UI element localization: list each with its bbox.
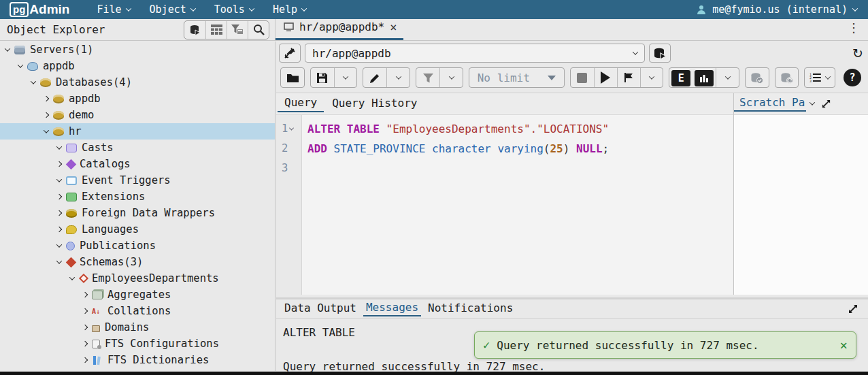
tab-query[interactable]: Query: [278, 95, 324, 112]
scratch-pad-panel: Scratch Pa: [733, 93, 868, 295]
database-plus-icon: [653, 48, 667, 59]
close-icon[interactable]: ×: [390, 20, 397, 34]
collapse-chevron-icon[interactable]: [56, 242, 62, 247]
tree-item-languages[interactable]: Languages: [0, 221, 275, 238]
tree-item-casts[interactable]: Casts: [0, 140, 275, 156]
grid-icon-button[interactable]: [205, 21, 227, 39]
help-button[interactable]: ?: [844, 69, 861, 86]
code-area[interactable]: ALTER TABLE "EmployeesDepartments"."LOCA…: [302, 115, 733, 295]
expand-chevron-icon[interactable]: [56, 161, 62, 167]
menu-help[interactable]: Help: [263, 0, 316, 19]
collapse-chevron-icon[interactable]: [56, 258, 62, 263]
expand-chevron-icon[interactable]: [82, 308, 88, 314]
expand-chevron-icon[interactable]: [56, 194, 62, 199]
expand-chevron-icon[interactable]: [44, 96, 49, 101]
tab-query-history[interactable]: Query History: [325, 95, 424, 112]
tree-item-label: Databases(4): [56, 76, 132, 88]
tree-item-collations[interactable]: Collations: [0, 303, 275, 319]
tree-item-databases-4[interactable]: Databases(4): [0, 74, 275, 91]
expand-chevron-icon[interactable]: [82, 292, 88, 297]
connection-selector[interactable]: hr/app@appdb: [305, 44, 645, 63]
tree-item-aggregates[interactable]: Aggregates: [0, 287, 275, 303]
commit-button[interactable]: [746, 68, 769, 87]
edit-button[interactable]: [363, 68, 386, 87]
rollback-button[interactable]: [775, 68, 799, 87]
fold-chevron-icon[interactable]: [289, 126, 294, 131]
menu-object[interactable]: Object: [140, 0, 205, 19]
tab-notifications[interactable]: Notifications: [425, 301, 516, 316]
database-action-button[interactable]: [184, 21, 205, 39]
dropdown-triangle-icon: [548, 76, 556, 80]
tree-item-foreign-data-wrappers[interactable]: Foreign Data Wrappers: [0, 205, 275, 221]
explain-dropdown-button[interactable]: [716, 68, 739, 87]
menu-tools[interactable]: Tools: [205, 0, 263, 19]
row-limit-dropdown[interactable]: No limit: [469, 68, 564, 87]
chevron-down-icon[interactable]: [809, 99, 815, 105]
folder-icon: [286, 73, 299, 83]
collapse-chevron-icon[interactable]: [5, 46, 10, 51]
sql-editor[interactable]: 123 ALTER TABLE "EmployeesDepartments"."…: [276, 114, 733, 295]
tree-item-event-triggers[interactable]: Event Triggers: [0, 172, 275, 189]
filter-button[interactable]: [416, 68, 439, 87]
tree-item-appdb[interactable]: appdb: [0, 91, 275, 107]
connection-status-button[interactable]: [279, 44, 301, 63]
scratch-pad-tab[interactable]: Scratch Pa: [734, 95, 806, 112]
expand-chevron-icon[interactable]: [82, 357, 88, 363]
edit-dropdown-button[interactable]: [386, 68, 410, 87]
stop-button[interactable]: [571, 68, 594, 87]
search-button[interactable]: [248, 21, 269, 39]
expand-chevron-icon[interactable]: [56, 210, 62, 216]
tree-item-catalogs[interactable]: Catalogs: [0, 156, 275, 172]
tree-item-appdb[interactable]: appdb: [0, 58, 275, 74]
chevron-down-icon: [301, 5, 307, 11]
tree-item-extensions[interactable]: Extensions: [0, 189, 275, 205]
explain-analyze-button[interactable]: [695, 70, 714, 86]
collapse-chevron-icon[interactable]: [31, 78, 36, 84]
expand-chevron-icon[interactable]: [56, 227, 62, 232]
tab-messages[interactable]: Messages: [363, 301, 421, 316]
tree-item-demo[interactable]: demo: [0, 107, 275, 123]
collapse-chevron-icon[interactable]: [69, 274, 75, 280]
kebab-menu-icon[interactable]: ⋮: [848, 20, 860, 35]
code-line[interactable]: ADD STATE_PROVINCE character varying(25)…: [307, 139, 733, 159]
execute-macro-button[interactable]: [617, 68, 640, 87]
code-line[interactable]: [307, 159, 733, 178]
filter-table-button[interactable]: [227, 21, 248, 39]
collapse-chevron-icon[interactable]: [56, 176, 62, 182]
collapse-chevron-icon[interactable]: [56, 144, 62, 149]
open-file-button[interactable]: [281, 68, 304, 87]
close-icon[interactable]: ×: [840, 338, 848, 353]
expand-chevron-icon[interactable]: [82, 325, 88, 330]
refresh-icon[interactable]: ↻: [852, 45, 864, 61]
explain-button[interactable]: E: [671, 70, 690, 86]
collapse-chevron-icon[interactable]: [44, 127, 49, 133]
save-dropdown-button[interactable]: [334, 68, 357, 87]
flag-play-icon: [624, 72, 634, 83]
new-connection-button[interactable]: [649, 44, 671, 63]
tree-item-employeesdepartments[interactable]: EmployeesDepartments: [0, 270, 275, 287]
tab-data-output[interactable]: Data Output: [282, 301, 359, 316]
execute-button[interactable]: [594, 68, 617, 87]
expand-chevron-icon[interactable]: [82, 341, 88, 346]
expand-icon[interactable]: [848, 304, 858, 314]
code-line[interactable]: ALTER TABLE "EmployeesDepartments"."LOCA…: [307, 119, 733, 139]
code-token: [380, 123, 386, 135]
tree-item-schemas-3[interactable]: Schemas(3): [0, 254, 275, 270]
tree-item-fts-configurations[interactable]: FTS Configurations: [0, 336, 275, 352]
tree-item-servers-1[interactable]: Servers(1): [0, 42, 275, 58]
tree-item-fts-dictionaries[interactable]: FTS Dictionaries: [0, 352, 275, 368]
query-tool-tab[interactable]: hr/app@appdb* ×: [276, 18, 403, 40]
tree-item-domains[interactable]: Domains: [0, 319, 275, 336]
edit-options-dropdown[interactable]: 123: [805, 68, 835, 87]
tree-item-hr[interactable]: hr: [0, 123, 275, 140]
filter-dropdown-button[interactable]: [439, 68, 463, 87]
tree-item-publications[interactable]: Publications: [0, 238, 275, 254]
execute-dropdown-button[interactable]: [640, 68, 663, 87]
menu-file[interactable]: File: [87, 0, 139, 19]
expand-chevron-icon[interactable]: [44, 112, 49, 118]
scratch-pad-textarea[interactable]: [734, 114, 868, 295]
collapse-chevron-icon[interactable]: [18, 62, 23, 67]
expand-icon[interactable]: [821, 99, 831, 109]
user-menu[interactable]: me@fymio.us (internal): [696, 3, 868, 16]
save-button[interactable]: [311, 68, 334, 87]
